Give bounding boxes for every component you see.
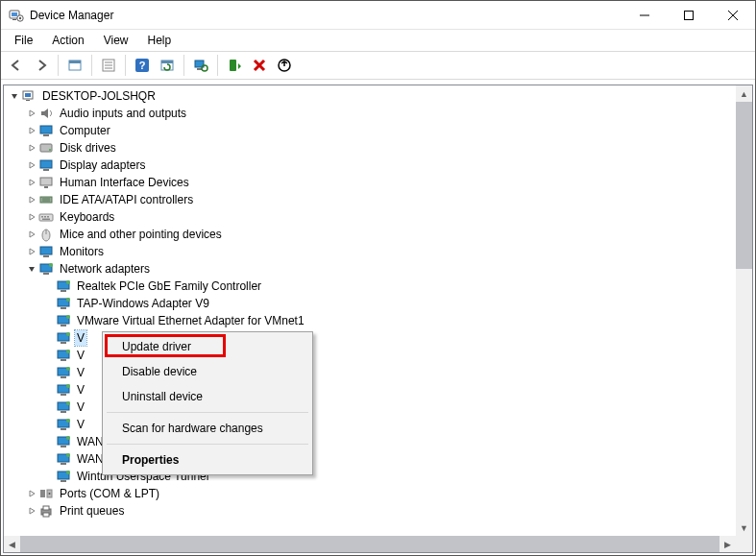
scroll-thumb[interactable]	[736, 102, 752, 269]
expand-icon[interactable]	[25, 124, 38, 137]
menu-file[interactable]: File	[7, 32, 40, 49]
expander-none	[42, 435, 56, 448]
network-icon	[56, 330, 71, 346]
expand-icon[interactable]	[25, 245, 38, 258]
network-icon	[56, 469, 71, 484]
expander-none	[42, 452, 56, 466]
toolbar-back-button[interactable]	[5, 54, 28, 77]
tree-category[interactable]: Mice and other pointing devices	[4, 226, 736, 243]
device-manager-icon	[9, 8, 24, 23]
svg-rect-80	[61, 446, 66, 447]
expander-none	[42, 383, 56, 397]
svg-rect-33	[40, 160, 52, 168]
close-button[interactable]	[711, 1, 755, 29]
menu-action[interactable]: Action	[44, 32, 91, 49]
scroll-right-button[interactable]: ▶	[719, 536, 736, 552]
tree-item-label: Ports (COM & LPT)	[58, 486, 161, 501]
svg-rect-83	[61, 463, 66, 465]
network-icon	[56, 296, 71, 311]
collapse-icon[interactable]	[8, 89, 21, 103]
menu-view[interactable]: View	[96, 32, 136, 49]
svg-rect-37	[40, 197, 52, 203]
horizontal-scrollbar[interactable]: ◀ ▶	[4, 536, 736, 552]
network-icon	[56, 365, 71, 380]
tree-category[interactable]: Monitors	[4, 243, 736, 260]
svg-rect-42	[44, 216, 46, 218]
svg-rect-10	[69, 60, 81, 63]
tree-category[interactable]: Human Interface Devices	[4, 174, 736, 191]
tree-category[interactable]: Print queues	[4, 502, 736, 520]
ctx-separator	[107, 444, 308, 445]
monitor-icon	[38, 123, 54, 138]
scroll-down-button[interactable]: ▼	[736, 520, 752, 536]
scroll-track[interactable]	[20, 536, 719, 552]
tree-category[interactable]: Ports (COM & LPT)	[4, 485, 736, 502]
tree-device[interactable]: TAP-Windows Adapter V9	[4, 295, 736, 312]
scroll-up-button[interactable]: ▲	[736, 85, 752, 102]
expand-icon[interactable]	[25, 487, 38, 500]
ctx-update-driver[interactable]: Update driver	[105, 334, 310, 359]
scroll-thumb[interactable]	[20, 536, 719, 552]
svg-rect-88	[40, 490, 45, 497]
expander-none	[42, 366, 56, 379]
vertical-scrollbar[interactable]: ▲ ▼	[736, 85, 752, 536]
tree-item-label: DESKTOP-JOLSHQR	[40, 88, 158, 104]
tree-category[interactable]: IDE ATA/ATAPI controllers	[4, 191, 736, 208]
toolbar-update-driver-button[interactable]	[223, 54, 246, 77]
toolbar-scan-button[interactable]	[189, 54, 212, 77]
disk-icon	[38, 140, 54, 156]
expander-none	[42, 349, 56, 362]
expand-icon[interactable]	[25, 158, 38, 172]
ctx-scan-hardware[interactable]: Scan for hardware changes	[105, 416, 310, 441]
toolbar-properties-button[interactable]	[97, 54, 120, 77]
window-controls	[622, 1, 755, 29]
svg-rect-6	[685, 11, 694, 19]
tree-category[interactable]: Network adapters	[4, 260, 736, 278]
expand-icon[interactable]	[25, 176, 38, 189]
toolbar-show-hidden-button[interactable]	[63, 54, 86, 77]
minimize-button[interactable]	[622, 1, 667, 29]
expand-icon[interactable]	[25, 107, 38, 120]
monitor-icon	[38, 157, 54, 173]
toolbar-refresh-button[interactable]	[156, 54, 179, 77]
scroll-left-button[interactable]: ◀	[4, 536, 20, 552]
svg-point-51	[49, 263, 53, 267]
tree-device[interactable]: Realtek PCIe GbE Family Controller	[4, 278, 736, 295]
tree-category[interactable]: Computer	[4, 122, 736, 139]
expand-icon[interactable]	[25, 193, 38, 206]
svg-rect-44	[42, 219, 50, 221]
tree-category[interactable]: Audio inputs and outputs	[4, 105, 736, 122]
tree-device[interactable]: VMware Virtual Ethernet Adapter for VMne…	[4, 312, 736, 329]
tree-category[interactable]: Disk drives	[4, 139, 736, 157]
ctx-properties[interactable]: Properties	[105, 447, 310, 472]
maximize-button[interactable]	[667, 1, 711, 29]
toolbar-disable-button[interactable]	[273, 54, 296, 77]
network-icon	[56, 348, 71, 363]
expand-icon[interactable]	[25, 504, 38, 518]
scroll-track[interactable]	[736, 102, 752, 520]
tree-category[interactable]: Display adapters	[4, 157, 736, 174]
toolbar-forward-button[interactable]	[30, 54, 53, 77]
toolbar-help-button[interactable]: ?	[131, 54, 154, 77]
expand-icon[interactable]	[25, 141, 38, 155]
tree-root[interactable]: DESKTOP-JOLSHQR	[4, 87, 736, 105]
svg-rect-1	[12, 12, 17, 16]
context-menu: Update driver Disable device Uninstall d…	[102, 331, 313, 475]
svg-rect-41	[41, 216, 43, 218]
menu-help[interactable]: Help	[140, 32, 180, 49]
ctx-disable-device[interactable]: Disable device	[105, 359, 310, 384]
svg-rect-62	[61, 342, 66, 344]
monitor-icon	[38, 244, 54, 259]
ctx-uninstall-device[interactable]: Uninstall device	[105, 384, 310, 409]
tree-item-label: Keyboards	[58, 209, 116, 225]
svg-rect-30	[43, 134, 49, 136]
svg-rect-2	[12, 19, 16, 20]
network-icon	[56, 278, 71, 294]
toolbar-uninstall-button[interactable]	[248, 54, 271, 77]
tree-category[interactable]: Keyboards	[4, 208, 736, 226]
svg-rect-27	[25, 93, 31, 97]
expand-icon[interactable]	[25, 228, 38, 241]
network-icon	[38, 261, 54, 277]
collapse-icon[interactable]	[25, 262, 38, 276]
expand-icon[interactable]	[25, 210, 38, 224]
